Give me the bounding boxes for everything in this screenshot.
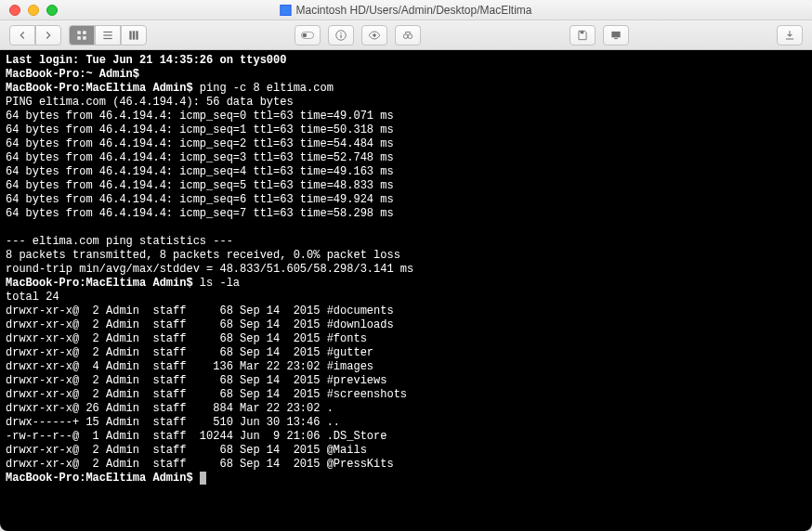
ls-line: drwxr-xr-x@ 2 Admin staff 68 Sep 14 2015…: [6, 318, 394, 331]
svg-rect-6: [103, 37, 111, 38]
svg-rect-18: [580, 31, 583, 33]
svg-rect-0: [77, 31, 81, 34]
binoculars-icon: [401, 29, 414, 42]
ls-line: drwxr-xr-x@ 4 Admin staff 136 Mar 22 23:…: [6, 360, 373, 373]
prompt-line: MacBook-Pro:MacEltima Admin$ ping -c 8 e…: [6, 82, 334, 95]
eye-icon: [368, 29, 381, 42]
ping-line: 64 bytes from 46.4.194.4: icmp_seq=0 ttl…: [6, 110, 394, 123]
info-button[interactable]: [328, 25, 354, 45]
ls-line: drwxr-xr-x@ 2 Admin staff 68 Sep 14 2015…: [6, 332, 367, 345]
close-button[interactable]: [9, 5, 20, 16]
list-icon: [101, 29, 114, 42]
nav-group: [9, 25, 61, 45]
view-list-button[interactable]: [95, 25, 121, 45]
svg-rect-19: [611, 31, 620, 36]
ping-line: 64 bytes from 46.4.194.4: icmp_seq=3 ttl…: [6, 151, 394, 164]
toggle-icon: [301, 29, 314, 42]
download-button[interactable]: [777, 25, 803, 45]
monitor-button[interactable]: [603, 25, 629, 45]
stats-summary: 8 packets transmitted, 8 packets receive…: [6, 249, 400, 262]
ping-line: 64 bytes from 46.4.194.4: icmp_seq=2 ttl…: [6, 137, 394, 150]
preview-button[interactable]: [361, 25, 387, 45]
toggle-button[interactable]: [295, 25, 321, 45]
chevron-right-icon: [42, 29, 55, 42]
stats-header: --- eltima.com ping statistics ---: [6, 235, 233, 248]
traffic-lights: [0, 5, 58, 16]
ls-line: drwxr-xr-x@ 2 Admin staff 68 Sep 14 2015…: [6, 444, 367, 457]
ping-line: 64 bytes from 46.4.194.4: icmp_seq=4 ttl…: [6, 165, 394, 178]
grid-icon: [75, 29, 88, 42]
ping-line: 64 bytes from 46.4.194.4: icmp_seq=6 ttl…: [6, 193, 394, 206]
svg-rect-5: [103, 34, 111, 35]
ls-line: drwxr-xr-x@ 26 Admin staff 884 Mar 22 23…: [6, 402, 334, 415]
search-button[interactable]: [395, 25, 421, 45]
window-title: Macintosh HD/Users/Admin/Desktop/MacElti…: [280, 4, 531, 17]
svg-rect-8: [133, 31, 135, 39]
app-icon: [280, 5, 291, 16]
view-grid-button[interactable]: [69, 25, 95, 45]
info-icon: [334, 29, 347, 42]
stats-rtt: round-trip min/avg/max/stddev = 48.833/5…: [6, 263, 413, 276]
view-group: [69, 25, 147, 45]
svg-point-16: [404, 33, 409, 38]
svg-rect-9: [136, 31, 138, 39]
svg-point-15: [373, 33, 377, 37]
svg-rect-20: [614, 37, 618, 38]
ping-header: PING eltima.com (46.4.194.4): 56 data by…: [6, 96, 294, 109]
svg-rect-14: [341, 34, 342, 38]
minimize-button[interactable]: [28, 5, 39, 16]
window-titlebar: Macintosh HD/Users/Admin/Desktop/MacElti…: [0, 0, 812, 20]
terminal-output[interactable]: Last login: Tue Jun 21 14:35:26 on ttys0…: [0, 50, 812, 531]
columns-icon: [127, 29, 140, 42]
ls-line: drwxr-xr-x@ 2 Admin staff 68 Sep 14 2015…: [6, 346, 373, 359]
save-icon: [576, 29, 589, 42]
prompt-line: MacBook-Pro:~ Admin$: [6, 68, 146, 81]
title-text: Macintosh HD/Users/Admin/Desktop/MacElti…: [295, 4, 531, 17]
monitor-icon: [609, 29, 622, 42]
forward-button[interactable]: [35, 25, 61, 45]
svg-point-17: [408, 33, 413, 38]
prompt-line: MacBook-Pro:MacEltima Admin$: [6, 472, 206, 485]
ls-line: drwx------+ 15 Admin staff 510 Jun 30 13…: [6, 416, 340, 429]
ping-line: 64 bytes from 46.4.194.4: icmp_seq=7 ttl…: [6, 207, 394, 220]
ls-line: drwxr-xr-x@ 2 Admin staff 68 Sep 14 2015…: [6, 304, 394, 317]
svg-rect-2: [77, 36, 81, 40]
ping-line: 64 bytes from 46.4.194.4: icmp_seq=1 ttl…: [6, 123, 394, 136]
svg-rect-1: [83, 31, 86, 34]
svg-rect-3: [83, 36, 86, 40]
back-button[interactable]: [9, 25, 35, 45]
last-login-line: Last login: Tue Jun 21 14:35:26 on ttys0…: [6, 54, 286, 67]
ls-line: -rw-r--r--@ 1 Admin staff 10244 Jun 9 21…: [6, 430, 386, 443]
save-button[interactable]: [570, 25, 596, 45]
toolbar: [0, 20, 812, 50]
view-column-button[interactable]: [121, 25, 147, 45]
ls-line: drwxr-xr-x@ 2 Admin staff 68 Sep 14 2015…: [6, 458, 394, 471]
svg-rect-7: [129, 31, 131, 39]
prompt-line: MacBook-Pro:MacEltima Admin$ ls -la: [6, 277, 240, 290]
maximize-button[interactable]: [46, 5, 58, 16]
cursor: [200, 472, 206, 485]
svg-rect-4: [103, 31, 111, 32]
svg-point-13: [341, 32, 342, 32]
svg-point-11: [303, 32, 308, 37]
ls-line: drwxr-xr-x@ 2 Admin staff 68 Sep 14 2015…: [6, 374, 386, 387]
ls-total: total 24: [6, 291, 59, 304]
ls-line: drwxr-xr-x@ 2 Admin staff 68 Sep 14 2015…: [6, 388, 407, 401]
download-icon: [783, 29, 796, 42]
ping-line: 64 bytes from 46.4.194.4: icmp_seq=5 ttl…: [6, 179, 394, 192]
chevron-left-icon: [16, 29, 29, 42]
